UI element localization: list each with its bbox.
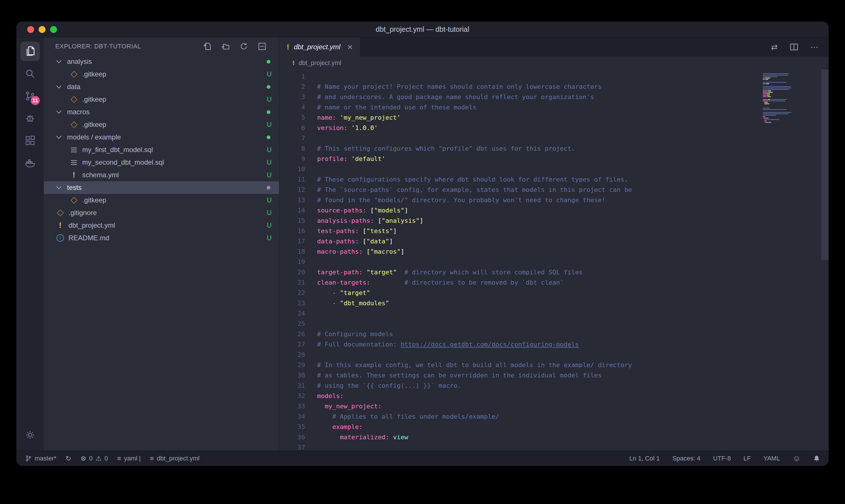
code-text: models: [305, 391, 344, 401]
tree-file-gitkeep[interactable]: .gitkeepU [44, 194, 279, 206]
code-text: macro-paths: ["macros"] [305, 247, 404, 257]
code-text: profile: 'default' [305, 154, 385, 164]
code-text: # Applies to all files under models/exam… [305, 412, 499, 422]
extensions-icon[interactable] [20, 131, 40, 150]
tree-file-gitkeep[interactable]: .gitkeepU [44, 118, 279, 131]
tree-item-label: macros [67, 108, 90, 116]
code-text: clean-targets: # directories to be remov… [305, 277, 564, 288]
problems-indicator[interactable]: ⊗ 0 ⚠ 0 [80, 455, 108, 462]
code-text [305, 319, 317, 329]
git-file-icon [69, 97, 79, 102]
code-line: 3# and underscores. A good package name … [279, 92, 829, 102]
docker-icon[interactable] [20, 153, 40, 173]
tree-item-label: my_second_dbt_model.sql [82, 158, 164, 166]
branch-indicator[interactable]: master* [25, 455, 56, 462]
code-line: 31# using the `{{ config(...) }}` macro. [279, 381, 829, 391]
warning-count: 0 [105, 455, 108, 462]
indentation-setting[interactable]: Spaces: 4 [672, 455, 700, 462]
code-line: 26# Configuring models [279, 329, 829, 339]
git-untracked-badge: U [267, 209, 272, 217]
tree-file-schema-yml[interactable]: schema.ymlU [44, 169, 279, 181]
minimize-button[interactable] [39, 26, 46, 33]
git-file-icon [69, 198, 79, 203]
tree-folder-models-example[interactable]: models / example [44, 131, 279, 143]
tree-folder-analysis[interactable]: analysis [44, 55, 279, 68]
tree-file-my-second-dbt-model-sql[interactable]: my_second_dbt_model.sqlU [44, 156, 279, 169]
code-text: # Configuring models [305, 329, 393, 339]
zoom-button[interactable] [50, 26, 57, 33]
code-line: 20target-path: "target" # directory whic… [279, 267, 829, 277]
code-line: 11# These configurations specify where d… [279, 174, 829, 185]
tree-file-my-first-dbt-model-sql[interactable]: my_first_dbt_model.sqlU [44, 143, 279, 156]
refresh-icon[interactable] [239, 42, 248, 51]
source-control-icon[interactable]: 11 [20, 86, 40, 106]
scrollbar-thumb[interactable] [821, 70, 829, 260]
code-line: 15analysis-paths: ["analysis"] [279, 216, 829, 226]
close-tab-icon[interactable]: × [347, 42, 353, 52]
more-actions-icon[interactable]: ⋯ [810, 42, 819, 52]
line-number: 28 [279, 350, 305, 360]
split-editor-icon[interactable] [790, 43, 798, 51]
code-text: target-path: "target" # directory which … [305, 267, 582, 277]
tree-file-gitkeep[interactable]: .gitkeepU [44, 68, 279, 80]
tree-folder-macros[interactable]: macros [44, 106, 279, 118]
tree-folder-data[interactable]: data [44, 80, 279, 93]
code-line: 28 [279, 350, 829, 360]
eol-setting[interactable]: LF [743, 455, 751, 462]
line-number: 23 [279, 298, 305, 308]
code-text: my_new_project: [305, 401, 381, 412]
tree-file-readme-md[interactable]: README.mdU [44, 232, 279, 244]
editor-pane[interactable]: 12# Name your project! Project names sho… [279, 70, 829, 450]
tree-folder-tests[interactable]: tests [44, 181, 279, 194]
code-line: 36 materialized: view [279, 432, 829, 443]
tab-dbt-project-yml[interactable]: ! dbt_project.yml × [279, 37, 360, 56]
source-control-badge: 11 [31, 96, 40, 105]
explorer-title: EXPLORER: DBT-TUTORIAL [55, 43, 141, 50]
sync-button[interactable]: ↻ [66, 455, 71, 462]
tree-file-gitignore[interactable]: .gitignoreU [44, 206, 279, 219]
cursor-position[interactable]: Ln 1, Col 1 [629, 455, 660, 462]
tab-bar: ! dbt_project.yml × ⇄ ⋯ [279, 37, 829, 56]
language-mode[interactable]: YAML [763, 455, 780, 462]
line-number: 11 [279, 174, 305, 185]
breadcrumb[interactable]: ! dbt_project.yml [279, 56, 829, 70]
debug-icon[interactable] [20, 109, 40, 128]
active-file-status[interactable]: ≡ dbt_project.yml [150, 455, 199, 462]
code-line: 13# found in the "models/" directory. Yo… [279, 195, 829, 205]
code-text [305, 164, 317, 174]
line-number: 30 [279, 370, 305, 381]
tree-item-label: my_first_dbt_model.sql [82, 146, 153, 154]
feedback-smiley-icon[interactable]: ☺ [793, 454, 801, 462]
code-line: 32models: [279, 391, 829, 401]
code-text: # found in the "models/" directory. You … [305, 195, 606, 205]
line-number: 26 [279, 329, 305, 339]
collapse-folders-icon[interactable] [258, 42, 266, 51]
tree-file-dbt-project-yml[interactable]: dbt_project.ymlU [44, 219, 279, 232]
editor-code[interactable]: 12# Name your project! Project names sho… [279, 70, 829, 450]
close-button[interactable] [27, 26, 34, 33]
code-text: name: 'my_new_project' [305, 112, 400, 123]
open-changes-icon[interactable]: ⇄ [771, 42, 778, 52]
notifications-bell-icon[interactable] [813, 455, 820, 462]
code-text: - "target" [305, 288, 370, 298]
new-folder-icon[interactable] [221, 42, 230, 51]
settings-gear-icon[interactable] [20, 425, 40, 445]
sidebar-header: EXPLORER: DBT-TUTORIAL [44, 37, 279, 55]
git-untracked-badge: U [267, 70, 272, 78]
line-number: 20 [279, 267, 305, 277]
line-number: 14 [279, 205, 305, 216]
line-number: 37 [279, 443, 305, 450]
search-icon[interactable] [20, 64, 40, 83]
code-text: - "dbt_modules" [305, 298, 389, 308]
explorer-icon[interactable] [20, 41, 40, 61]
line-number: 5 [279, 112, 305, 123]
encoding-setting[interactable]: UTF-8 [713, 455, 731, 462]
minimap[interactable] [763, 72, 817, 125]
new-file-icon[interactable] [203, 42, 211, 51]
yaml-status[interactable]: ≡ yaml | [117, 455, 141, 462]
code-line: 35 example: [279, 422, 829, 432]
tree-file-gitkeep[interactable]: .gitkeepU [44, 93, 279, 106]
code-text: # using the `{{ config(...) }}` macro. [305, 381, 461, 391]
git-untracked-badge: U [267, 222, 272, 229]
code-text [305, 71, 317, 82]
